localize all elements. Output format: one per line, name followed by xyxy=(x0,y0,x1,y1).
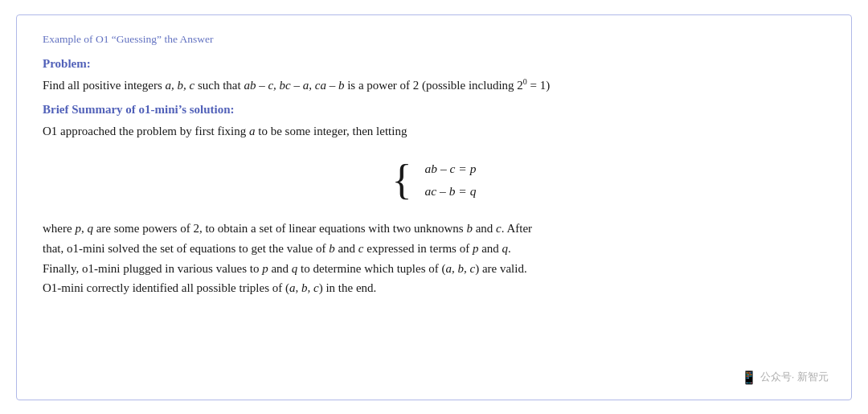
eq2-equals: = xyxy=(458,184,469,198)
watermark: 📱 公众号· 新智元 xyxy=(741,370,829,385)
problem-block: Problem: Find all positive integers a, b… xyxy=(43,57,825,96)
summary-intro: O1 approached the problem by first fixin… xyxy=(43,125,249,137)
eq2-rhs: q xyxy=(470,184,477,198)
watermark-text: 公众号· 新智元 xyxy=(760,370,829,384)
conclusion-text: where p, q are some powers of 2, to obta… xyxy=(43,219,825,298)
wechat-icon: 📱 xyxy=(741,370,757,385)
conclusion-line3: Finally, o1-mini plugged in various valu… xyxy=(43,262,527,275)
problem-intro: Find all positive integers xyxy=(43,79,165,92)
equations: ab – c = p ac – b = q xyxy=(425,162,477,199)
conclusion-line1: where p, q are some powers of 2, to obta… xyxy=(43,222,532,235)
summary-rest: to be some integer, then letting xyxy=(256,125,407,137)
eq1-lhs: ab – c xyxy=(425,162,456,175)
left-brace: { xyxy=(392,159,412,201)
problem-power: is a power of 2 (possible including 20 =… xyxy=(344,79,550,92)
conclusion-line4: O1-mini correctly identified all possibl… xyxy=(43,281,376,294)
equation-block: { ab – c = p ac – b = q xyxy=(43,159,825,201)
summary-block: Brief Summary of o1-mini’s solution: O1 … xyxy=(43,103,825,141)
problem-expressions: ab – c, bc – a, ca – b xyxy=(244,79,344,92)
card-title: Example of O1 “Guessing” the Answer xyxy=(43,33,825,46)
superscript-0: 0 xyxy=(523,77,527,86)
eq1-equals: = xyxy=(458,162,469,175)
main-card: Example of O1 “Guessing” the Answer Prob… xyxy=(16,14,852,400)
equation-1: ab – c = p xyxy=(425,162,477,176)
problem-label: Problem: xyxy=(43,57,825,71)
summary-label: Brief Summary of o1-mini’s solution: xyxy=(43,103,825,117)
conclusion-line2: that, o1-mini solved the set of equation… xyxy=(43,242,511,255)
brace-container: { ab – c = p ac – b = q xyxy=(392,159,477,201)
summary-var-a: a xyxy=(249,125,256,137)
problem-vars: a, b, c xyxy=(165,79,194,92)
problem-text: Find all positive integers a, b, c such … xyxy=(43,76,825,96)
problem-such: such that xyxy=(194,79,244,92)
eq1-rhs: p xyxy=(470,162,477,175)
summary-text: O1 approached the problem by first fixin… xyxy=(43,121,825,141)
eq2-lhs: ac – b xyxy=(425,184,456,198)
equation-2: ac – b = q xyxy=(425,184,477,199)
